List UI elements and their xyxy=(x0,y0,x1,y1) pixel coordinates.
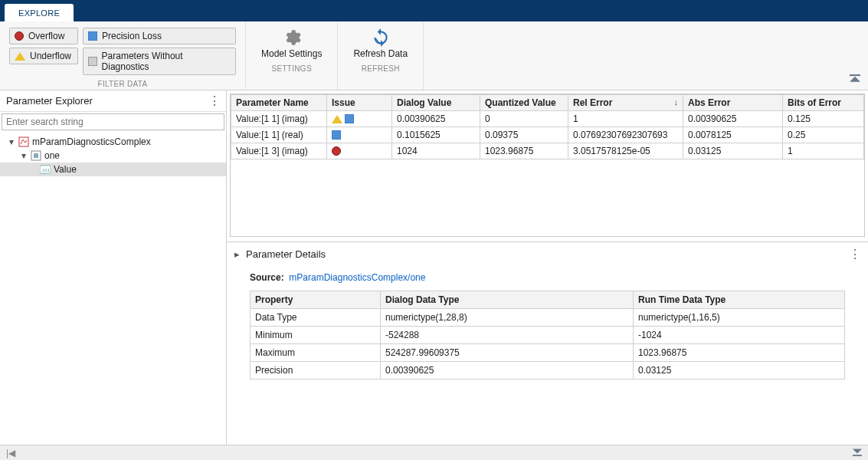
cell-abs-error: 0.00390625 xyxy=(683,111,783,127)
cell-issue xyxy=(327,127,392,143)
cell-quantized-value: 0 xyxy=(480,111,568,127)
details-cell-property: Minimum xyxy=(251,327,381,344)
cell-rel-error: 1 xyxy=(568,111,683,127)
tree-node-value[interactable]: 101 Value xyxy=(0,163,226,176)
gear-icon xyxy=(282,28,302,48)
overflow-icon xyxy=(15,31,24,41)
table-header-row: Parameter Name Issue Dialog Value Quanti… xyxy=(231,95,864,111)
subsystem-icon xyxy=(31,150,41,161)
parameters-table-wrap: Parameter Name Issue Dialog Value Quanti… xyxy=(230,94,865,237)
parameter-details-menu-icon[interactable]: ⋮ xyxy=(849,247,860,261)
cell-bits-error: 0.25 xyxy=(783,127,864,143)
filter-underflow-button[interactable]: Underflow xyxy=(9,48,78,64)
filter-no-diag-button[interactable]: Parameters Without Diagnostics xyxy=(83,48,236,75)
details-cell-property: Precision xyxy=(251,362,381,380)
chevron-up-icon xyxy=(850,74,860,85)
tree-node-root[interactable]: ▾ mParamDiagnosticsComplex xyxy=(0,135,226,149)
parameters-table: Parameter Name Issue Dialog Value Quanti… xyxy=(231,94,864,159)
details-row: Minimum-524288-1024 xyxy=(251,327,845,344)
filter-precision-loss-button[interactable]: Precision Loss xyxy=(83,28,236,44)
cell-rel-error: 0.07692307692307693 xyxy=(568,127,683,143)
source-line: Source: mParamDiagnosticsComplex/one xyxy=(250,272,845,283)
table-row[interactable]: Value:[1 3] (imag)10241023.968753.051757… xyxy=(231,143,864,159)
details-col-dialog[interactable]: Dialog Data Type xyxy=(381,291,634,309)
filter-overflow-label: Overflow xyxy=(28,31,64,41)
titlebar: EXPLORE xyxy=(0,0,868,21)
overflow-icon xyxy=(332,146,341,156)
parameter-explorer-header: Parameter Explorer ⋮ xyxy=(0,90,226,112)
details-cell-property: Data Type xyxy=(251,309,381,327)
filter-data-section: Overflow Underflow Precision Loss Parame… xyxy=(0,21,246,90)
refresh-section-label: REFRESH xyxy=(362,64,400,73)
parameter-explorer-menu-icon[interactable]: ⋮ xyxy=(208,94,220,108)
source-link[interactable]: mParamDiagnosticsComplex/one xyxy=(289,272,425,283)
status-bar: |◀ xyxy=(0,445,868,460)
details-cell-runtime: 0.03125 xyxy=(634,362,845,380)
cell-abs-error: 0.03125 xyxy=(683,143,783,159)
model-settings-button[interactable]: Model Settings xyxy=(251,25,332,61)
no-diag-icon xyxy=(88,57,97,66)
details-header-row: Property Dialog Data Type Run Time Data … xyxy=(251,291,845,309)
details-cell-runtime: numerictype(1,16,5) xyxy=(634,309,845,327)
col-abs-error[interactable]: Abs Error xyxy=(683,95,783,111)
refresh-data-button[interactable]: Refresh Data xyxy=(342,25,418,61)
details-cell-runtime: 1023.96875 xyxy=(634,344,845,362)
cell-rel-error: 3.0517578125e-05 xyxy=(568,143,683,159)
cell-dialog-value: 0.00390625 xyxy=(392,111,480,127)
details-cell-runtime: -1024 xyxy=(634,327,845,344)
cell-bits-error: 1 xyxy=(783,143,864,159)
filter-precision-loss-label: Precision Loss xyxy=(102,31,162,41)
details-row: Maximum524287.996093751023.96875 xyxy=(251,344,845,362)
cell-parameter-name: Value:[1 1] (imag) xyxy=(231,111,327,127)
parameter-explorer-panel: Parameter Explorer ⋮ ▾ mParamDiagnostics… xyxy=(0,90,227,445)
tab-explore[interactable]: EXPLORE xyxy=(5,4,74,21)
tree-node-one-label: one xyxy=(44,150,60,161)
table-row[interactable]: Value:[1 1] (imag)0.00390625010.00390625… xyxy=(231,111,864,127)
settings-section: Model Settings SETTINGS xyxy=(246,21,338,90)
main-body: Parameter Explorer ⋮ ▾ mParamDiagnostics… xyxy=(0,90,868,445)
toolstrip: Overflow Underflow Precision Loss Parame… xyxy=(0,21,868,90)
svg-rect-6 xyxy=(853,455,862,456)
precision-loss-icon xyxy=(345,114,354,123)
col-dialog-value[interactable]: Dialog Value xyxy=(392,95,480,111)
tree-node-one[interactable]: ▾ one xyxy=(0,149,226,163)
settings-section-label: SETTINGS xyxy=(271,64,311,73)
filter-overflow-button[interactable]: Overflow xyxy=(9,28,78,44)
cell-quantized-value: 0.09375 xyxy=(480,127,568,143)
details-cell-property: Maximum xyxy=(251,344,381,362)
table-empty-area xyxy=(231,159,864,236)
parameter-details-body: Source: mParamDiagnosticsComplex/one Pro… xyxy=(227,266,868,387)
search-input[interactable] xyxy=(2,113,224,130)
details-col-runtime[interactable]: Run Time Data Type xyxy=(634,291,845,309)
table-row[interactable]: Value:[1 1] (real)0.10156250.093750.0769… xyxy=(231,127,864,143)
col-bits-of-error[interactable]: Bits of Error xyxy=(783,95,864,111)
cell-bits-error: 0.125 xyxy=(783,111,864,127)
filter-section-label: FILTER DATA xyxy=(98,80,148,88)
parameter-explorer-title: Parameter Explorer xyxy=(6,95,93,107)
details-cell-dialog: numerictype(1,28,8) xyxy=(381,309,634,327)
col-quantized-value[interactable]: Quantized Value xyxy=(480,95,568,111)
main-panel: Parameter Name Issue Dialog Value Quanti… xyxy=(227,90,868,445)
refresh-data-label: Refresh Data xyxy=(353,49,408,60)
search-container xyxy=(2,113,224,130)
cell-dialog-value: 1024 xyxy=(392,143,480,159)
parameter-details-title: Parameter Details xyxy=(246,248,326,260)
model-icon xyxy=(18,136,29,147)
tree-twisty-icon[interactable]: ▾ xyxy=(20,150,28,161)
details-cell-dialog: 524287.99609375 xyxy=(381,344,634,362)
chevron-down-icon xyxy=(853,447,862,456)
details-col-property[interactable]: Property xyxy=(251,291,381,309)
filter-underflow-label: Underflow xyxy=(30,51,71,61)
cell-parameter-name: Value:[1 1] (real) xyxy=(231,127,327,143)
col-rel-error[interactable]: Rel Error↓ xyxy=(568,95,683,111)
cell-issue xyxy=(327,143,392,159)
col-parameter-name[interactable]: Parameter Name xyxy=(231,95,327,111)
status-prev-button[interactable]: |◀ xyxy=(6,448,15,458)
collapse-toolstrip-button[interactable] xyxy=(850,21,868,90)
underflow-icon xyxy=(332,115,342,123)
col-issue[interactable]: Issue xyxy=(327,95,392,111)
status-collapse-button[interactable] xyxy=(853,447,862,458)
svg-rect-0 xyxy=(850,74,860,76)
chevron-right-icon[interactable]: ▸ xyxy=(234,248,240,260)
tree-twisty-icon[interactable]: ▾ xyxy=(8,136,15,147)
